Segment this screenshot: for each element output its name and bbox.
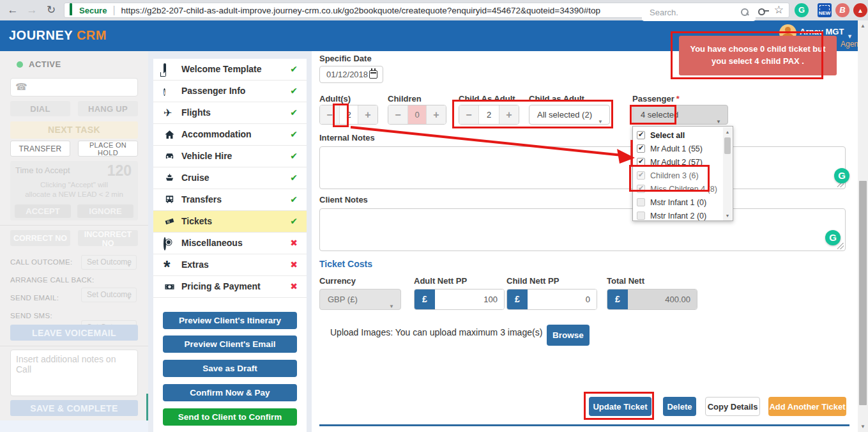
checkbox-checked-icon[interactable] xyxy=(637,158,645,166)
menu-item-transfers[interactable]: Transfers xyxy=(153,189,307,211)
check-icon xyxy=(290,151,298,161)
search-input[interactable] xyxy=(642,4,756,21)
grammarly-icon[interactable]: G xyxy=(825,230,841,245)
secure-label: Secure xyxy=(79,6,107,15)
user-name[interactable]: Arnav MGT xyxy=(800,27,844,36)
menu-item-accommodation[interactable]: Accommodation xyxy=(153,124,307,146)
user-menu-caret-icon[interactable]: ▼ xyxy=(847,33,853,40)
checkbox-unchecked-icon[interactable] xyxy=(637,212,645,220)
menu-item-pricing-payment[interactable]: Pricing & Payment xyxy=(153,276,307,298)
accept-button[interactable]: ACCEPT xyxy=(15,204,71,218)
scroll-up-icon[interactable]: ▲ xyxy=(723,130,732,134)
dropdown-scrollbar-thumb[interactable] xyxy=(724,137,731,154)
save-complete-button[interactable]: SAVE & COMPLETE xyxy=(10,400,138,416)
place-on-hold-button[interactable]: PLACE ON HOLD xyxy=(78,141,138,157)
dial-button[interactable]: DIAL xyxy=(10,101,70,116)
menu-item-tickets[interactable]: Tickets xyxy=(153,211,307,233)
asterisk-icon: * xyxy=(164,259,176,271)
scroll-down-icon[interactable]: ▼ xyxy=(858,424,868,429)
add-another-ticket-button[interactable]: Add Another Ticket xyxy=(768,397,846,416)
brand-logo[interactable]: JOURNEY CRM xyxy=(9,28,107,43)
arrange-callback-select[interactable]: Set Outcome xyxy=(81,288,137,302)
menu-item-extras[interactable]: * Extras xyxy=(153,254,307,276)
dropdown-option-infant-1[interactable]: Mstr Infant 1 (0) xyxy=(637,196,706,209)
child-as-adult-select-label: Child as Adult xyxy=(529,94,584,104)
menu-item-passenger-info[interactable]: i Passenger Info xyxy=(153,81,307,102)
copy-details-button[interactable]: Copy Details xyxy=(705,397,760,416)
scroll-up-icon[interactable]: ▲ xyxy=(858,23,868,29)
menu-item-welcome-template[interactable]: Welcome Template xyxy=(153,59,307,81)
minus-icon[interactable] xyxy=(320,105,339,124)
passenger-select[interactable]: 4 selected xyxy=(632,105,728,125)
checkbox-checked-icon[interactable] xyxy=(637,131,645,139)
bookmark-star-icon[interactable]: ☆ xyxy=(774,4,784,17)
total-nett-label: Total Nett xyxy=(607,276,644,286)
cross-icon xyxy=(290,281,298,291)
save-as-draft-button[interactable]: Save as Draft xyxy=(163,360,297,377)
menu-item-flights[interactable]: ✈ Flights xyxy=(153,102,307,124)
dropdown-option-infant-2[interactable]: Mstr Infant 2 (0) xyxy=(637,209,706,222)
plus-icon[interactable] xyxy=(358,105,377,124)
child-nett-field: £ 0 xyxy=(506,289,597,310)
menu-item-vehicle-hire[interactable]: Vehicle Hire xyxy=(153,146,307,167)
plus-icon[interactable] xyxy=(499,105,519,124)
key-icon[interactable] xyxy=(758,4,770,17)
browser-back-icon[interactable]: ← xyxy=(5,3,20,17)
menu-item-miscellaneous[interactable]: Miscellaneous xyxy=(153,233,307,254)
minus-icon[interactable] xyxy=(388,105,407,124)
dropdown-option-select-all[interactable]: Select all xyxy=(637,128,685,142)
grammarly-icon[interactable]: G xyxy=(834,168,849,183)
update-ticket-button[interactable]: Update Ticket xyxy=(589,397,651,416)
leave-voicemail-button[interactable]: LEAVE VOICEMAIL xyxy=(10,325,138,341)
browser-forward-icon[interactable]: → xyxy=(24,3,40,17)
client-notes-textarea[interactable] xyxy=(320,209,845,251)
call-outcome-label: CALL OUTCOME: xyxy=(10,258,72,266)
child-nett-input[interactable]: 0 xyxy=(528,289,597,309)
scroll-down-icon[interactable]: ▼ xyxy=(723,213,732,218)
new-extension-icon[interactable]: NEW xyxy=(818,3,832,17)
lock-icon xyxy=(70,4,76,16)
internal-notes-textarea[interactable] xyxy=(320,147,845,189)
required-asterisk: * xyxy=(676,94,680,104)
next-task-button[interactable]: NEXT TASK xyxy=(10,121,138,139)
browse-button[interactable]: Browse xyxy=(547,325,590,346)
b-extension-icon[interactable]: B xyxy=(835,3,849,17)
calendar-icon[interactable] xyxy=(369,70,377,79)
dropdown-option-children-4[interactable]: Miss Children 4 (8) xyxy=(637,182,717,196)
phone-number-input[interactable] xyxy=(10,78,138,96)
call-outcome-select[interactable]: Set Outcome xyxy=(81,255,137,270)
minus-icon[interactable] xyxy=(459,105,478,124)
adult-nett-input[interactable]: 100 xyxy=(435,289,504,309)
dropdown-scrollbar[interactable]: ▲ ▼ xyxy=(723,127,732,220)
grammarly-extension-icon[interactable]: G xyxy=(795,3,809,17)
check-icon xyxy=(290,173,298,183)
page-scrollbar-thumb[interactable] xyxy=(859,181,867,405)
delete-button[interactable]: Delete xyxy=(663,397,696,416)
dropdown-option-adult-1[interactable]: Mr Adult 1 (55) xyxy=(637,142,703,155)
child-as-adult-select[interactable]: All selected (2) xyxy=(529,105,610,125)
dropdown-option-children-3[interactable]: Children 3 (6) xyxy=(637,169,699,182)
send-email-label: SEND EMAIL: xyxy=(10,294,59,302)
send-to-client-button[interactable]: Send to Client to Confirm xyxy=(163,408,297,426)
dropdown-option-adult-2[interactable]: Mr Adult 2 (57) xyxy=(637,155,703,169)
hang-up-button[interactable]: HANG UP xyxy=(78,101,138,116)
incorrect-no-button[interactable]: INCORRECT NO xyxy=(78,230,138,246)
cross-icon xyxy=(290,259,298,270)
currency-select[interactable]: GBP (£) xyxy=(319,289,401,310)
checkbox-checked-icon[interactable] xyxy=(637,144,645,153)
confirm-now-pay-button[interactable]: Confirm Now & Pay xyxy=(163,384,297,401)
call-notes-textarea[interactable] xyxy=(10,350,138,396)
correct-no-button[interactable]: CORRECT NO xyxy=(10,230,70,246)
red-extension-icon[interactable] xyxy=(853,3,867,17)
target-icon xyxy=(164,238,176,249)
browser-reload-icon[interactable]: ↻ xyxy=(43,3,59,17)
plus-icon[interactable] xyxy=(427,105,446,124)
checkbox-unchecked-icon[interactable] xyxy=(637,198,645,206)
menu-item-cruise[interactable]: Cruise xyxy=(153,167,307,189)
search-icon[interactable] xyxy=(741,8,749,17)
specific-date-input[interactable]: 01/12/2018 xyxy=(319,66,383,83)
preview-itinerary-button[interactable]: Preview Client's Itinerary xyxy=(163,312,297,329)
preview-email-button[interactable]: Preview Client's Email xyxy=(163,336,297,353)
transfer-button[interactable]: TRANSFER xyxy=(10,141,70,157)
ignore-button[interactable]: IGNORE xyxy=(77,204,133,218)
